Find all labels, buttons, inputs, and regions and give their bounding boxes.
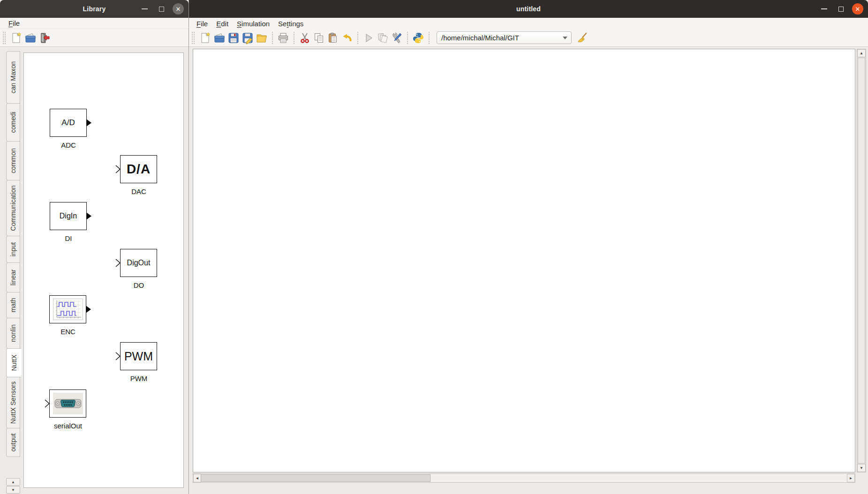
maximize-icon (838, 7, 844, 12)
tab-nuttx-sensors[interactable]: NuttX Sensors (6, 377, 20, 428)
library-titlebar[interactable]: Library ✕ (0, 0, 189, 18)
tools-button[interactable] (390, 31, 404, 45)
horizontal-scrollbar-thumb[interactable] (201, 474, 430, 482)
library-toolbar (0, 29, 189, 47)
paste-button[interactable] (326, 31, 340, 45)
block-label: DI (36, 234, 101, 242)
horizontal-scrollbar[interactable]: ◄ ► (193, 473, 855, 483)
undo-button[interactable] (340, 31, 354, 45)
tab-scroll-up-button[interactable]: ▲ (6, 478, 20, 486)
arrow-right-icon: ► (849, 476, 853, 480)
cut-button[interactable] (298, 31, 312, 45)
arrow-left-icon: ◄ (196, 476, 199, 480)
menu-settings[interactable]: Settings (274, 19, 307, 29)
block-pwm[interactable]: PWM (120, 342, 157, 370)
toolbar-separator (357, 32, 358, 44)
print-button[interactable] (276, 31, 290, 45)
tools-icon (391, 32, 403, 44)
minimize-button[interactable] (139, 3, 150, 15)
tab-nuttx-selected[interactable]: NuttX (6, 348, 22, 377)
save-icon (227, 32, 240, 44)
output-port-icon (86, 119, 91, 127)
tab-input[interactable]: input (6, 236, 20, 263)
scroll-right-button[interactable]: ► (847, 474, 855, 482)
block-digin[interactable]: DigIn (50, 202, 87, 230)
cut-icon (299, 32, 311, 44)
exit-library-button[interactable] (38, 31, 52, 45)
diagrams-icon (377, 32, 389, 44)
menu-edit[interactable]: Edit (212, 19, 232, 29)
quadrature-encoder-waveform-icon (53, 299, 83, 320)
toolbar-drag-handle[interactable] (192, 32, 195, 44)
minimize-button[interactable] (818, 3, 830, 15)
python-button[interactable] (411, 31, 425, 45)
tab-output[interactable]: output (6, 428, 20, 457)
scroll-up-button[interactable]: ▲ (857, 49, 866, 57)
output-port-icon (86, 212, 91, 220)
library-tab-strip: can Maxon comedi common Communication in… (6, 52, 23, 494)
block-label: serialOut (35, 422, 101, 430)
save-as-button[interactable] (241, 31, 255, 45)
tab-can-maxon[interactable]: can Maxon (6, 51, 20, 104)
block-label: PWM (106, 374, 172, 382)
menu-file[interactable]: File (5, 18, 23, 28)
print-icon (277, 32, 289, 44)
working-directory-combobox[interactable]: /home/michal/Michal/GIT (437, 31, 572, 44)
arrow-down-icon: ▼ (860, 466, 863, 470)
main-window-title: untitled (189, 5, 868, 13)
main-window-controls: ✕ (818, 0, 863, 18)
close-button[interactable]: ✕ (852, 3, 863, 15)
run-button[interactable] (362, 31, 376, 45)
menu-simulation[interactable]: Simulation (233, 19, 273, 29)
maximize-icon (159, 7, 164, 12)
save-button[interactable] (226, 31, 241, 45)
block-adc[interactable]: A/D (50, 109, 87, 137)
block-digout[interactable]: DigOut (120, 249, 157, 277)
library-canvas[interactable]: A/D ADC D/A DAC DigIn DI DigOut DO (23, 52, 184, 488)
diagrams-button[interactable] (376, 31, 390, 45)
tab-scroll-down-button[interactable]: ▼ (6, 486, 20, 494)
main-titlebar[interactable]: untitled ✕ (189, 0, 868, 18)
tab-math[interactable]: math (6, 292, 20, 318)
block-serialout[interactable] (49, 389, 86, 418)
tab-comedi[interactable]: comedi (6, 103, 20, 142)
new-model-icon (10, 32, 23, 44)
exit-library-icon (38, 32, 51, 44)
new-button[interactable] (198, 31, 212, 45)
tab-linear[interactable]: linear (6, 262, 20, 292)
tab-nonlin[interactable]: nonlin (6, 318, 20, 349)
new-model-button[interactable] (9, 31, 23, 45)
arrow-down-icon: ▼ (11, 488, 15, 492)
toolbar-drag-handle[interactable] (3, 32, 6, 44)
vertical-scrollbar-thumb[interactable] (858, 58, 865, 464)
block-enc[interactable] (49, 295, 86, 323)
maximize-button[interactable] (156, 3, 167, 15)
tab-common[interactable]: common (6, 141, 20, 180)
menu-file[interactable]: File (193, 19, 211, 29)
copy-button[interactable] (312, 31, 326, 45)
run-icon (362, 32, 375, 44)
scroll-down-button[interactable]: ▼ (857, 464, 866, 472)
close-button[interactable]: ✕ (173, 3, 184, 15)
db9-serial-connector-icon (53, 393, 83, 414)
arrow-up-icon: ▲ (11, 480, 15, 484)
open-folder-button[interactable] (255, 31, 269, 45)
scroll-left-button[interactable]: ◄ (193, 474, 201, 482)
clean-icon (576, 32, 589, 44)
tab-communication[interactable]: Communication (6, 180, 20, 236)
block-dac[interactable]: D/A (120, 155, 157, 183)
main-menubar: File Edit Simulation Settings (189, 18, 868, 29)
open-button[interactable] (212, 31, 226, 45)
maximize-button[interactable] (835, 3, 846, 15)
toolbar-separator (407, 32, 408, 44)
library-menubar: File (0, 18, 189, 29)
clean-button[interactable] (575, 31, 589, 45)
model-canvas[interactable] (193, 49, 855, 472)
paste-icon (327, 32, 339, 44)
library-window: Library ✕ File (0, 0, 189, 494)
block-label: ADC (36, 141, 101, 149)
copy-icon (313, 32, 325, 44)
open-library-button[interactable] (23, 31, 38, 45)
vertical-scrollbar[interactable]: ▲ ▼ (857, 49, 866, 472)
undo-icon (341, 32, 353, 44)
